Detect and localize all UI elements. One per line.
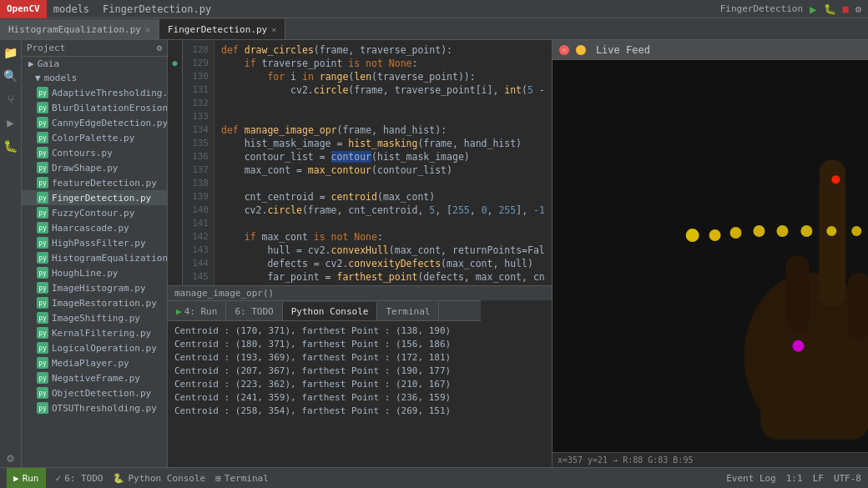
console-tab-python[interactable]: Python Console <box>283 302 378 320</box>
sidebar-item[interactable]: pyHighPassFilter.py <box>22 235 167 250</box>
sidebar-item[interactable]: pyImageShifting.py <box>22 310 167 325</box>
console-tab-todo[interactable]: 6: TODO <box>226 302 282 320</box>
sidebar-items: pyAdaptiveThresholding.pypyBlurDilatatio… <box>22 85 167 415</box>
line-ending[interactable]: LF <box>813 473 824 484</box>
sidebar-item[interactable]: pyOTSUThresholding.py <box>22 400 167 415</box>
file-icon: py <box>37 177 48 189</box>
sidebar-item[interactable]: pyMediaPlayer.py <box>22 355 167 370</box>
sidebar-item[interactable]: pyAdaptiveThresholding.py <box>22 85 167 100</box>
file-icon: py <box>37 372 48 384</box>
svg-rect-5 <box>848 273 868 340</box>
console-tab-terminal-label: Terminal <box>386 306 430 317</box>
sidebar-item[interactable]: pyfeatureDetection.py <box>22 175 167 190</box>
icon-search[interactable]: 🔍 <box>2 67 20 85</box>
tab-finger-detection-close[interactable]: ✕ <box>271 25 276 34</box>
stop-button[interactable]: ■ <box>843 3 849 15</box>
status-todo[interactable]: ✓ 6: TODO <box>56 473 103 484</box>
sidebar-item[interactable]: pyFuzzyContour.py <box>22 205 167 220</box>
file-icon: py <box>37 342 48 354</box>
sidebar-item[interactable]: pyCannyEdgeDetection.py <box>22 115 167 130</box>
status-bar: ▶ Run ✓ 6: TODO 🐍 Python Console ⊞ Termi… <box>0 467 868 488</box>
run-button[interactable]: ▶ <box>810 3 816 16</box>
svg-rect-2 <box>819 173 845 306</box>
code-line <box>221 217 545 230</box>
sidebar-item[interactable]: pyImageRestoration.py <box>22 295 167 310</box>
console-line: Centroid : (180, 371), farthest Point : … <box>174 338 474 351</box>
sidebar-item[interactable]: pyContours.py <box>22 145 167 160</box>
status-right: Event Log 1:1 LF UTF-8 <box>726 473 861 484</box>
line-number: 136 <box>183 150 209 164</box>
code-line: cv2.circle(frame, traverse_point[i], int… <box>221 83 545 97</box>
sidebar-item-label: MediaPlayer.py <box>52 358 129 369</box>
icon-settings[interactable]: ⚙ <box>2 449 20 467</box>
console-line: Centroid : (170, 371), farthest Point : … <box>174 324 474 338</box>
code-line: hull = cv2.convexHull(max_cont, returnPo… <box>221 244 545 257</box>
status-terminal[interactable]: ⊞ Terminal <box>215 473 269 484</box>
console-tab-run-label: 4: Run <box>184 306 218 317</box>
sidebar-root[interactable]: ▶ Gaia <box>22 57 167 71</box>
sidebar-item[interactable]: pyNegativeFrame.py <box>22 370 167 385</box>
menu-models[interactable]: models <box>47 0 96 18</box>
window-min-btn[interactable]: − <box>576 45 586 55</box>
file-icon: py <box>37 192 48 204</box>
file-icon: py <box>37 312 48 324</box>
left-icon-strip: 📁 🔍 ⑂ ▶ 🐛 ⚙ <box>0 40 22 467</box>
file-icon: py <box>37 117 48 128</box>
sidebar-item[interactable]: pyDrawShape.py <box>22 160 167 175</box>
run-icon: ▶ <box>13 473 19 484</box>
menu-file[interactable]: FingerDetection.py <box>96 0 218 18</box>
status-python-console[interactable]: 🐍 Python Console <box>113 473 205 484</box>
sidebar-item[interactable]: pyBlurDilatationErosion.py <box>22 100 167 115</box>
sidebar-folder-label: models <box>44 73 78 83</box>
line-number: 133 <box>183 110 209 123</box>
console-line: Centroid : (258, 354), farthest Point : … <box>174 405 474 418</box>
svg-point-9 <box>729 227 741 239</box>
tab-histogram[interactable]: HistogramEqualization.py ✕ <box>0 19 159 39</box>
charset[interactable]: UTF-8 <box>834 473 861 484</box>
file-icon: py <box>37 282 48 294</box>
console-tab-python-label: Python Console <box>291 306 369 317</box>
run-indicator: ● <box>172 58 177 68</box>
settings-icon[interactable]: ⚙ <box>855 3 861 15</box>
file-icon: py <box>37 297 48 309</box>
sidebar-item-label: ImageRestoration.py <box>52 298 157 309</box>
sidebar-item-label: Haarcascade.py <box>52 223 129 234</box>
icon-debug[interactable]: 🐛 <box>2 137 20 155</box>
icon-run[interactable]: ▶ <box>2 113 20 132</box>
sidebar-item[interactable]: pyHistogramEqualization.py <box>22 250 167 265</box>
tab-finger-detection[interactable]: FingerDetection.py ✕ <box>159 19 285 39</box>
tab-histogram-close[interactable]: ✕ <box>145 25 150 34</box>
code-content[interactable]: def draw_circles(frame, traverse_point):… <box>214 40 552 285</box>
sidebar-item[interactable]: pyObjectDetection.py <box>22 385 167 400</box>
tab-histogram-label: HistogramEqualization.py <box>8 24 141 35</box>
sidebar-item[interactable]: pyKernalFiltering.py <box>22 325 167 340</box>
sidebar-item-label: HoughLine.py <box>52 268 118 279</box>
file-icon: py <box>37 252 48 264</box>
line-number: 134 <box>183 123 209 137</box>
debug-button[interactable]: 🐛 <box>824 3 836 15</box>
code-breadcrumb: manage_image_opr() <box>168 285 552 300</box>
console-tab-terminal[interactable]: Terminal <box>377 302 439 320</box>
code-line: far_point = farthest_point(defects, max_… <box>221 270 545 284</box>
line-number: 143 <box>183 244 209 257</box>
sidebar-folder-models[interactable]: ▼ models <box>22 71 167 85</box>
svg-point-22 <box>831 175 840 184</box>
file-icon: py <box>37 222 48 234</box>
sidebar-item[interactable]: pyColorPalette.py <box>22 130 167 145</box>
run-label: Run <box>23 473 39 484</box>
sidebar-item[interactable]: pyHoughLine.py <box>22 265 167 280</box>
icon-git[interactable]: ⑂ <box>2 90 20 108</box>
window-close-btn[interactable]: ✕ <box>559 45 569 55</box>
icon-folder[interactable]: 📁 <box>2 43 20 62</box>
code-line: if max_cont is not None: <box>221 230 545 244</box>
line-number: 138 <box>183 177 209 190</box>
python-console-icon: 🐍 <box>113 473 124 484</box>
console-tab-run[interactable]: ▶ 4: Run <box>168 302 226 320</box>
sidebar-item[interactable]: pyFingerDetection.py <box>22 190 167 205</box>
sidebar-item[interactable]: pyLogicalOperation.py <box>22 340 167 355</box>
sidebar-item[interactable]: pyHaarcascade.py <box>22 220 167 235</box>
sidebar-root-label: Gaia <box>38 58 60 69</box>
status-run[interactable]: ▶ Run <box>7 468 46 488</box>
event-log[interactable]: Event Log <box>726 473 776 484</box>
sidebar-item[interactable]: pyImageHistogram.py <box>22 280 167 295</box>
